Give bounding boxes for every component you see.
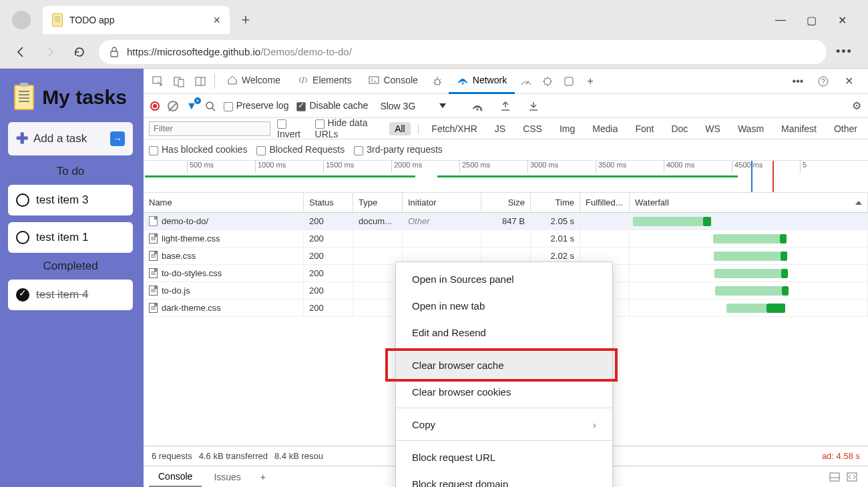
filter-type[interactable]: Fetch/XHR <box>426 122 482 135</box>
submit-icon[interactable]: → <box>110 131 125 146</box>
timeline-overview[interactable]: 500 ms 1000 ms 1500 ms 2000 ms 2500 ms 3… <box>144 161 868 193</box>
filter-all[interactable]: All <box>389 122 411 135</box>
third-party-checkbox[interactable]: 3rd-party requests <box>354 144 443 155</box>
tab-welcome[interactable]: Welcome <box>219 69 288 94</box>
maximize-icon[interactable]: ▢ <box>805 14 817 26</box>
minimize-icon[interactable]: — <box>775 14 787 26</box>
checkbox-icon[interactable] <box>16 193 29 207</box>
table-header: Name Status Type Initiator Size Time Ful… <box>144 193 868 213</box>
filter-type[interactable]: Other <box>829 122 863 135</box>
drawer-tab-issues[interactable]: Issues <box>204 468 250 486</box>
col-time[interactable]: Time <box>531 193 580 212</box>
help-icon[interactable]: ? <box>813 71 833 91</box>
table-row[interactable]: demo-to-do/ 200 docum... Other 847 B 2.0… <box>144 213 868 230</box>
device-icon[interactable] <box>169 71 189 91</box>
settings-icon[interactable]: ⚙ <box>852 99 861 112</box>
filter-type[interactable]: WS <box>700 122 726 135</box>
todo-section-label: To do <box>8 165 133 178</box>
invert-checkbox[interactable]: Invert <box>277 117 308 139</box>
col-status[interactable]: Status <box>304 193 353 212</box>
filter-type[interactable]: Media <box>587 122 623 135</box>
col-fulfilled[interactable]: Fulfilled... <box>580 193 630 212</box>
menu-open-sources[interactable]: Open in Sources panel <box>396 266 612 292</box>
filter-type[interactable]: Wasm <box>732 122 769 135</box>
tab-elements[interactable]: Elements <box>290 69 359 94</box>
filter-input[interactable] <box>149 121 270 136</box>
hide-data-checkbox[interactable]: Hide data URLs <box>315 117 383 139</box>
application-icon[interactable] <box>559 71 579 91</box>
col-waterfall[interactable]: Waterfall <box>630 193 868 212</box>
task-item[interactable]: test item 1 <box>8 222 133 253</box>
drawer-expand-icon[interactable] <box>847 472 857 482</box>
more-button[interactable]: ••• <box>836 45 853 59</box>
menu-clear-cache[interactable]: Clear browser cache <box>396 352 612 378</box>
close-devtools-icon[interactable]: ✕ <box>839 71 859 91</box>
task-item-done[interactable]: test item 4 <box>8 280 133 310</box>
drawer-tab-console[interactable]: Console <box>149 467 202 487</box>
url-field[interactable]: https://microsoftedge.github.io/Demos/de… <box>99 40 827 64</box>
filter-type[interactable]: Img <box>554 122 580 135</box>
profile-icon[interactable] <box>12 11 31 29</box>
new-tab-button[interactable]: + <box>235 9 256 31</box>
memory-icon[interactable] <box>537 71 558 91</box>
task-label: test item 4 <box>36 288 88 302</box>
menu-open-tab[interactable]: Open in new tab <box>396 292 612 319</box>
col-size[interactable]: Size <box>481 193 531 212</box>
filter-type[interactable]: Manifest <box>776 122 822 135</box>
checkbox-icon[interactable] <box>16 231 29 244</box>
col-name[interactable]: Name <box>144 193 304 212</box>
task-label: test item 3 <box>36 193 88 207</box>
svg-rect-11 <box>565 77 573 85</box>
filter-type[interactable]: Doc <box>666 122 693 135</box>
blocked-requests-checkbox[interactable]: Blocked Requests <box>256 144 345 155</box>
svg-rect-4 <box>196 77 205 85</box>
filter-type[interactable]: Font <box>630 122 659 135</box>
menu-block-url[interactable]: Block request URL <box>396 444 612 470</box>
bug-icon[interactable] <box>427 71 447 91</box>
import-icon[interactable] <box>495 96 515 116</box>
more-tabs-icon[interactable]: + <box>580 71 600 91</box>
menu-block-domain[interactable]: Block request domain <box>396 470 612 487</box>
blocked-cookies-checkbox[interactable]: Has blocked cookies <box>149 144 247 155</box>
menu-clear-cookies[interactable]: Clear browser cookies <box>396 378 612 405</box>
network-conditions-icon[interactable] <box>467 96 487 116</box>
file-icon <box>149 268 158 278</box>
add-task-input[interactable]: ✚ Add a task → <box>8 122 133 155</box>
preserve-log-checkbox[interactable]: Preserve log <box>224 100 289 111</box>
menu-edit-resend[interactable]: Edit and Resend <box>396 319 612 346</box>
checkbox-checked-icon[interactable] <box>16 288 29 302</box>
close-icon[interactable]: ✕ <box>836 14 848 26</box>
svg-point-14 <box>206 102 213 109</box>
svg-rect-1 <box>153 77 161 83</box>
tab-bar: TODO app × + — ▢ ✕ <box>0 0 868 35</box>
more-icon[interactable]: ••• <box>788 71 808 91</box>
search-icon[interactable] <box>205 101 216 111</box>
filter-type[interactable]: JS <box>489 122 511 135</box>
col-type[interactable]: Type <box>353 193 403 212</box>
filter-row-2: Has blocked cookies Blocked Requests 3rd… <box>144 139 868 161</box>
back-button[interactable] <box>11 42 31 62</box>
throttle-select[interactable]: Slow 3G <box>376 99 459 113</box>
performance-icon[interactable] <box>516 71 536 91</box>
export-icon[interactable] <box>523 96 544 116</box>
record-icon[interactable] <box>150 101 160 111</box>
refresh-button[interactable] <box>69 42 89 62</box>
tab-network[interactable]: Network <box>449 69 515 94</box>
tab-close-icon[interactable]: × <box>213 13 220 27</box>
dock-icon[interactable] <box>190 71 210 91</box>
todo-header: My tasks <box>8 78 133 122</box>
table-row[interactable]: light-theme.css 200 2.01 s <box>144 230 868 248</box>
filter-type[interactable]: CSS <box>517 122 548 135</box>
drawer-add-icon[interactable]: + <box>253 467 273 487</box>
tab-console[interactable]: Console <box>361 69 425 94</box>
svg-rect-17 <box>830 473 839 481</box>
task-item[interactable]: test item 3 <box>8 185 133 215</box>
menu-copy[interactable]: Copy› <box>396 411 612 438</box>
drawer-dock-icon[interactable] <box>829 472 840 482</box>
filter-icon[interactable]: ▼ <box>186 100 197 112</box>
disable-cache-checkbox[interactable]: Disable cache <box>296 100 368 111</box>
browser-tab[interactable]: TODO app × <box>43 6 230 34</box>
clear-icon[interactable] <box>168 101 178 111</box>
col-initiator[interactable]: Initiator <box>403 193 481 212</box>
inspect-icon[interactable] <box>148 71 168 91</box>
